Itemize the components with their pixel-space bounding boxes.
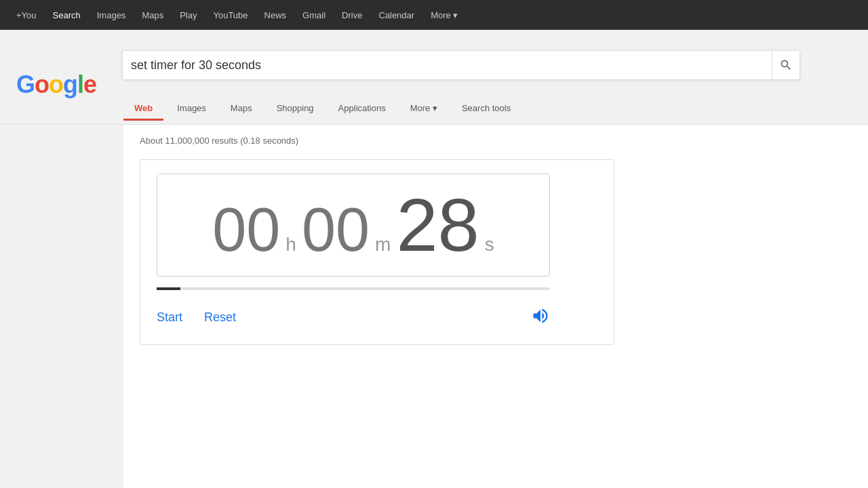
search-icon — [779, 58, 793, 72]
nav-youtube[interactable]: YouTube — [208, 7, 253, 23]
search-button[interactable] — [772, 51, 800, 79]
nav-more[interactable]: More ▾ — [425, 7, 463, 23]
timer-seconds-unit: s — [485, 234, 494, 256]
nav-calendar[interactable]: Calendar — [373, 7, 420, 23]
filter-tabs-bar: Web Images Maps Shopping Applications Mo… — [0, 94, 868, 125]
timer-controls: Start Reset — [157, 301, 550, 328]
tab-maps[interactable]: Maps — [220, 98, 263, 121]
tab-images[interactable]: Images — [166, 98, 217, 121]
timer-hours: 00 — [212, 199, 280, 260]
nav-images[interactable]: Images — [92, 7, 132, 23]
nav-news[interactable]: News — [259, 7, 292, 23]
search-input[interactable]: set timer for 30 seconds — [123, 58, 772, 73]
results-count: About 11,000,000 results (0.18 seconds) — [140, 136, 852, 146]
timer-progress-bar — [157, 287, 180, 290]
timer-progress-bar-container — [157, 287, 550, 290]
start-button[interactable]: Start — [157, 308, 182, 327]
search-box[interactable]: set timer for 30 seconds — [122, 50, 800, 80]
timer-minutes-unit: m — [375, 234, 391, 256]
top-navigation: +You Search Images Maps Play YouTube New… — [0, 0, 868, 30]
tab-more[interactable]: More ▾ — [399, 98, 448, 121]
nav-maps[interactable]: Maps — [136, 7, 169, 23]
reset-button[interactable]: Reset — [204, 308, 236, 327]
tab-shopping[interactable]: Shopping — [266, 98, 325, 121]
timer-seconds: 28 — [396, 188, 479, 262]
tab-web[interactable]: Web — [123, 98, 163, 121]
timer-widget: 00 h 00 m 28 s Start Reset — [140, 159, 614, 345]
timer-hours-unit: h — [285, 234, 296, 256]
timer-display: 00 h 00 m 28 s — [157, 174, 550, 277]
nav-play[interactable]: Play — [174, 7, 202, 23]
nav-search[interactable]: Search — [47, 7, 86, 23]
nav-drive[interactable]: Drive — [336, 7, 368, 23]
nav-gmail[interactable]: Gmail — [297, 7, 331, 23]
tab-search-tools[interactable]: Search tools — [451, 98, 521, 121]
volume-icon — [531, 306, 550, 325]
google-logo: Google — [16, 70, 96, 99]
nav-plus-you[interactable]: +You — [11, 7, 42, 23]
volume-button[interactable] — [531, 306, 550, 328]
tab-applications[interactable]: Applications — [328, 98, 397, 121]
main-content: About 11,000,000 results (0.18 seconds) … — [123, 125, 868, 488]
timer-minutes: 00 — [302, 199, 370, 260]
